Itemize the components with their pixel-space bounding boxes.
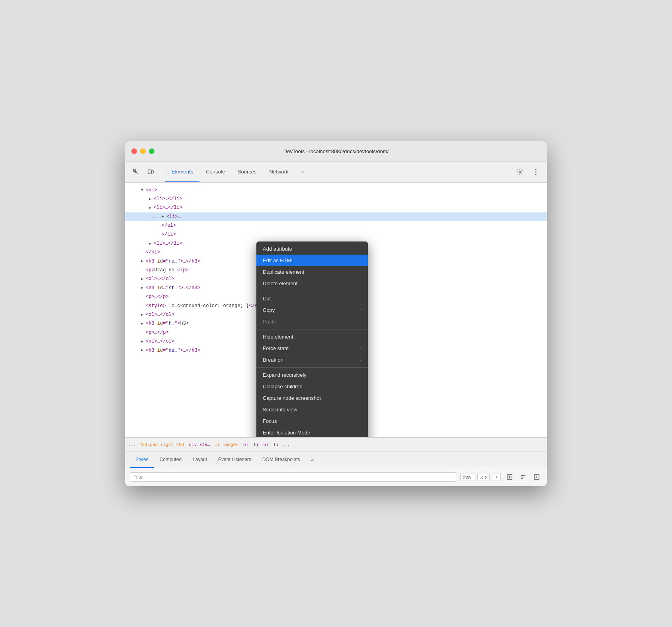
dom-line[interactable]: <li>…</li>	[125, 203, 547, 212]
tab-console[interactable]: Console	[199, 162, 231, 182]
dom-line[interactable]: </li>	[125, 230, 547, 239]
device-toolbar-button[interactable]	[144, 166, 157, 178]
svg-point-6	[535, 174, 537, 175]
breadcrumb-item[interactable]: 400.pad-right-400	[138, 441, 186, 448]
svg-point-3	[519, 171, 521, 173]
panel-tab-styles[interactable]: Styles	[130, 452, 154, 468]
panel-tab-more[interactable]: »	[306, 452, 320, 468]
dom-line-highlighted[interactable]: ... <li>…	[125, 212, 547, 221]
menu-item-cut[interactable]: Cut	[256, 293, 368, 304]
menu-item-duplicate-element[interactable]: Duplicate element	[256, 266, 368, 278]
menu-item-edit-as-html[interactable]: Edit as HTML	[256, 255, 368, 266]
breadcrumb-item[interactable]: …r-images	[213, 441, 240, 448]
tree-arrow[interactable]	[149, 240, 154, 247]
menu-item-focus[interactable]: Focus	[256, 415, 368, 427]
settings-button[interactable]	[514, 166, 526, 178]
tab-sources[interactable]: Sources	[231, 162, 263, 182]
breadcrumb-item[interactable]: div.sta…	[187, 441, 211, 448]
toggle-element-state-button[interactable]	[518, 471, 529, 483]
tree-arrow[interactable]	[141, 276, 146, 282]
breadcrumb-dots-right[interactable]: ...	[282, 442, 290, 447]
menu-item-enter-isolation-mode[interactable]: Enter Isolation Mode	[256, 427, 368, 437]
svg-rect-1	[148, 170, 151, 174]
bottom-panel: Styles Computed Layout Event Listeners D…	[125, 452, 547, 486]
menu-item-break-on[interactable]: Break on ›	[256, 354, 368, 366]
cls-button[interactable]: .cls	[477, 473, 490, 481]
breadcrumb-item[interactable]: li	[252, 441, 260, 448]
toolbar-separator	[161, 167, 161, 177]
dom-line[interactable]: </ul>	[125, 221, 547, 230]
inspect-element-button[interactable]	[130, 166, 143, 178]
main-content: <ul> <li>…</li> <li>…</li> ... <li>… </u…	[125, 183, 547, 437]
panel-tabs: Styles Computed Layout Event Listeners D…	[125, 452, 547, 468]
filter-input[interactable]	[130, 472, 457, 482]
toolbar: Elements Console Sources Network »	[125, 162, 547, 183]
menu-item-paste: Paste	[256, 316, 368, 327]
main-tabs: Elements Console Sources Network »	[165, 162, 512, 182]
panel-tab-event-listeners[interactable]: Event Listeners	[213, 452, 257, 468]
menu-item-hide-element[interactable]: Hide element	[256, 331, 368, 343]
tree-arrow[interactable]	[149, 204, 154, 211]
panel-tab-dom-breakpoints[interactable]: DOM Breakpoints	[257, 452, 306, 468]
new-style-rule-button[interactable]	[504, 471, 515, 483]
titlebar: DevTools - localhost:8080/docs/devtools/…	[125, 141, 547, 162]
tab-elements[interactable]: Elements	[165, 162, 199, 182]
tree-arrow[interactable]	[141, 312, 146, 318]
svg-point-4	[535, 169, 537, 170]
tree-arrow[interactable]	[141, 347, 146, 354]
context-menu: Add attribute Edit as HTML Duplicate ele…	[256, 241, 368, 437]
breadcrumb-item[interactable]: ul	[262, 441, 270, 448]
tree-arrow[interactable]	[141, 338, 146, 345]
maximize-button[interactable]	[149, 148, 154, 154]
filter-icons	[504, 471, 542, 483]
add-style-button[interactable]: +	[493, 473, 501, 481]
minimize-button[interactable]	[140, 148, 146, 154]
menu-separator	[256, 367, 368, 368]
menu-item-delete-element[interactable]: Delete element	[256, 278, 368, 289]
menu-item-scroll-into-view[interactable]: Scroll into view	[256, 404, 368, 415]
menu-item-collapse-children[interactable]: Collapse children	[256, 381, 368, 392]
menu-item-add-attribute[interactable]: Add attribute	[256, 243, 368, 255]
dom-line[interactable]: <ul>	[125, 186, 547, 195]
dom-line[interactable]: <li>…</li>	[125, 195, 547, 203]
tree-arrow[interactable]	[141, 320, 146, 327]
tree-arrow[interactable]	[141, 187, 146, 193]
inspect-button[interactable]	[531, 471, 542, 483]
toolbar-right	[514, 166, 542, 178]
tree-arrow[interactable]	[162, 213, 166, 220]
filter-bar: :hov .cls +	[125, 468, 547, 486]
tree-arrow[interactable]	[141, 258, 146, 265]
window-title: DevTools - localhost:8080/docs/devtools/…	[283, 148, 389, 154]
menu-item-capture-node-screenshot[interactable]: Capture node screenshot	[256, 392, 368, 404]
devtools-window: DevTools - localhost:8080/docs/devtools/…	[125, 141, 547, 486]
breadcrumb-item[interactable]: li	[272, 441, 280, 448]
breadcrumb-dots-left[interactable]: ...	[128, 442, 136, 447]
traffic-lights	[131, 148, 154, 154]
panel-tab-layout[interactable]: Layout	[187, 452, 213, 468]
tree-arrow[interactable]	[141, 284, 146, 291]
hov-button[interactable]: :hov	[460, 473, 474, 481]
more-options-button[interactable]	[529, 166, 542, 178]
menu-separator	[256, 329, 368, 329]
panel-tab-computed[interactable]: Computed	[154, 452, 187, 468]
svg-rect-2	[152, 171, 153, 173]
submenu-arrow: ›	[360, 346, 361, 350]
breadcrumb-bar: ... 400.pad-right-400 div.sta… …r-images…	[125, 437, 547, 452]
menu-item-force-state[interactable]: Force state ›	[256, 343, 368, 354]
breadcrumb-item[interactable]: ol	[242, 441, 250, 448]
tab-network[interactable]: Network	[263, 162, 295, 182]
close-button[interactable]	[131, 148, 137, 154]
submenu-arrow: ›	[360, 358, 361, 362]
menu-separator	[256, 291, 368, 291]
tree-arrow[interactable]	[149, 196, 154, 203]
menu-item-copy[interactable]: Copy ›	[256, 304, 368, 316]
menu-item-expand-recursively[interactable]: Expand recursively	[256, 369, 368, 381]
tab-more[interactable]: »	[295, 162, 310, 182]
svg-point-5	[535, 171, 537, 173]
submenu-arrow: ›	[360, 308, 361, 312]
